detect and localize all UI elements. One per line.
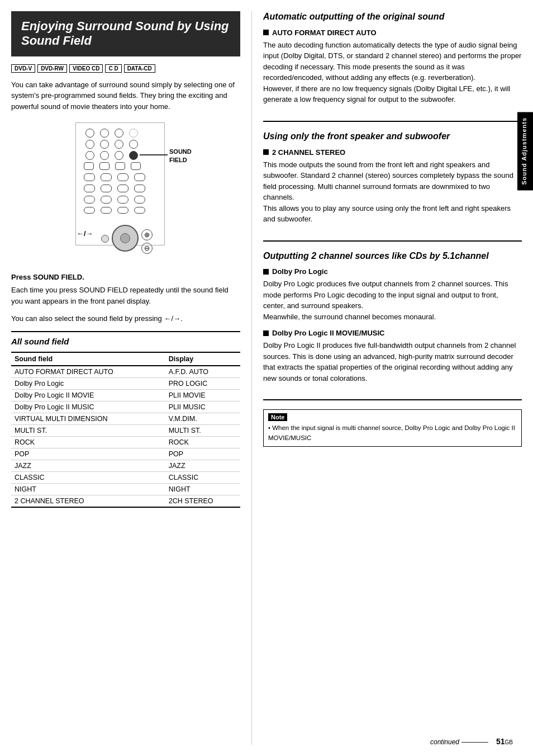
- speaker-diagram: SOUND FIELD ←/→ ⊕ ⊖: [11, 120, 240, 265]
- badge-videocd: VIDEO CD: [69, 64, 103, 73]
- dolby-pro-logic-ii-body: Dolby Pro Logic II produces five full-ba…: [263, 340, 522, 384]
- table-cell-display: CLASSIC: [165, 471, 240, 483]
- minus-button: ⊖: [141, 243, 153, 254]
- table-cell-sound-field: VIRTUAL MULTI DIMENSION: [11, 413, 165, 424]
- all-sound-field-heading: All sound field: [11, 331, 240, 346]
- outputting-section-title: Outputting 2 channel sources like CDs by…: [263, 251, 522, 262]
- right-column: Automatic outputting of the original sou…: [251, 11, 522, 745]
- front-speaker-body: This mode outputs the sound from the fro…: [263, 159, 522, 225]
- main-knob: [112, 225, 139, 252]
- badge-datacd: DATA-CD: [124, 64, 155, 73]
- table-cell-display: PRO LOGIC: [165, 377, 240, 389]
- table-row: MULTI ST.MULTI ST.: [11, 424, 240, 436]
- table-cell-display: A.F.D. AUTO: [165, 366, 240, 378]
- dolby-pro-logic-ii-label: Dolby Pro Logic II MOVIE/MUSIC: [263, 329, 522, 337]
- table-row: CLASSICCLASSIC: [11, 471, 240, 483]
- table-row: VIRTUAL MULTI DIMENSIONV.M.DIM.: [11, 413, 240, 424]
- table-cell-sound-field: MULTI ST.: [11, 424, 165, 436]
- dolby-pro-logic-label: Dolby Pro Logic: [263, 267, 522, 276]
- outputting-section: Outputting 2 channel sources like CDs by…: [263, 251, 522, 401]
- auto-section-title: Automatic outputting of the original sou…: [263, 11, 522, 23]
- table-cell-sound-field: ROCK: [11, 436, 165, 448]
- table-row: JAZZJAZZ: [11, 460, 240, 471]
- auto-subsection-label: AUTO FORMAT DIRECT AUTO: [263, 29, 522, 37]
- table-cell-display: MULTI ST.: [165, 424, 240, 436]
- table-col1-header: Sound field: [11, 352, 165, 366]
- title-box: Enjoying Surround Sound by Using Sound F…: [11, 11, 240, 56]
- badge-dvdv: DVD-V: [11, 64, 35, 73]
- table-cell-sound-field: JAZZ: [11, 460, 165, 471]
- table-row: AUTO FORMAT DIRECT AUTOA.F.D. AUTO: [11, 366, 240, 378]
- table-cell-sound-field: Dolby Pro Logic II MUSIC: [11, 401, 165, 413]
- table-row: NIGHTNIGHT: [11, 483, 240, 495]
- table-cell-sound-field: Dolby Pro Logic II MOVIE: [11, 389, 165, 401]
- auto-section: Automatic outputting of the original sou…: [263, 11, 522, 122]
- black-square-icon: [263, 30, 269, 35]
- badge-cd: C D: [105, 64, 121, 73]
- sound-field-table: Sound field Display AUTO FORMAT DIRECT A…: [11, 352, 240, 508]
- table-col2-header: Display: [165, 352, 240, 366]
- press-instruction: Press SOUND FIELD.: [11, 273, 240, 281]
- table-row: ROCKROCK: [11, 436, 240, 448]
- intro-text: You can take advantage of surround sound…: [11, 79, 240, 112]
- black-square-icon3: [263, 269, 269, 275]
- table-cell-display: V.M.DIM.: [165, 413, 240, 424]
- continued-label: continued ————: [430, 738, 488, 746]
- note-text: • When the input signal is multi channel…: [268, 423, 517, 443]
- table-cell-display: NIGHT: [165, 483, 240, 495]
- page-title: Enjoying Surround Sound by Using Sound F…: [21, 19, 230, 49]
- lr-arrow-label: ←/→: [77, 229, 93, 238]
- front-speaker-title: Using only the front speaker and subwoof…: [263, 131, 522, 143]
- dolby-pro-logic-body: Dolby Pro Logic produces five output cha…: [263, 278, 522, 322]
- note-label: Note: [268, 413, 287, 421]
- black-square-icon4: [263, 330, 269, 336]
- table-cell-display: 2CH STEREO: [165, 495, 240, 507]
- table-cell-sound-field: Dolby Pro Logic: [11, 377, 165, 389]
- table-cell-display: ROCK: [165, 436, 240, 448]
- table-cell-display: PLII MOVIE: [165, 389, 240, 401]
- table-cell-sound-field: CLASSIC: [11, 471, 165, 483]
- table-row: 2 CHANNEL STEREO2CH STEREO: [11, 495, 240, 507]
- table-row: Dolby Pro Logic II MOVIEPLII MOVIE: [11, 389, 240, 401]
- press-body2: You can also select the sound field by p…: [11, 313, 240, 324]
- black-square-icon2: [263, 149, 269, 155]
- badge-row: DVD-V DVD-RW VIDEO CD C D DATA-CD: [11, 64, 240, 73]
- left-column: Enjoying Surround Sound by Using Sound F…: [11, 11, 251, 745]
- side-tab: Sound Adjustments: [517, 112, 533, 190]
- press-body1: Each time you press SOUND FIELD repeated…: [11, 285, 240, 306]
- table-cell-sound-field: POP: [11, 448, 165, 460]
- front-speaker-section: Using only the front speaker and subwoof…: [263, 131, 522, 242]
- table-row: Dolby Pro LogicPRO LOGIC: [11, 377, 240, 389]
- table-row: POPPOP: [11, 448, 240, 460]
- table-cell-sound-field: AUTO FORMAT DIRECT AUTO: [11, 366, 165, 378]
- badge-dvdrw: DVD-RW: [37, 64, 67, 73]
- sound-field-label: SOUND FIELD: [169, 148, 198, 164]
- table-cell-display: POP: [165, 448, 240, 460]
- table-cell-display: JAZZ: [165, 460, 240, 471]
- table-cell-display: PLII MUSIC: [165, 401, 240, 413]
- page-number: 51GB: [496, 737, 513, 746]
- table-cell-sound-field: 2 CHANNEL STEREO: [11, 495, 165, 507]
- note-box: Note • When the input signal is multi ch…: [263, 409, 522, 447]
- front-speaker-subsection-label: 2 CHANNEL STEREO: [263, 148, 522, 157]
- auto-section-body: The auto decoding function automatically…: [263, 40, 522, 105]
- table-row: Dolby Pro Logic II MUSICPLII MUSIC: [11, 401, 240, 413]
- table-cell-sound-field: NIGHT: [11, 483, 165, 495]
